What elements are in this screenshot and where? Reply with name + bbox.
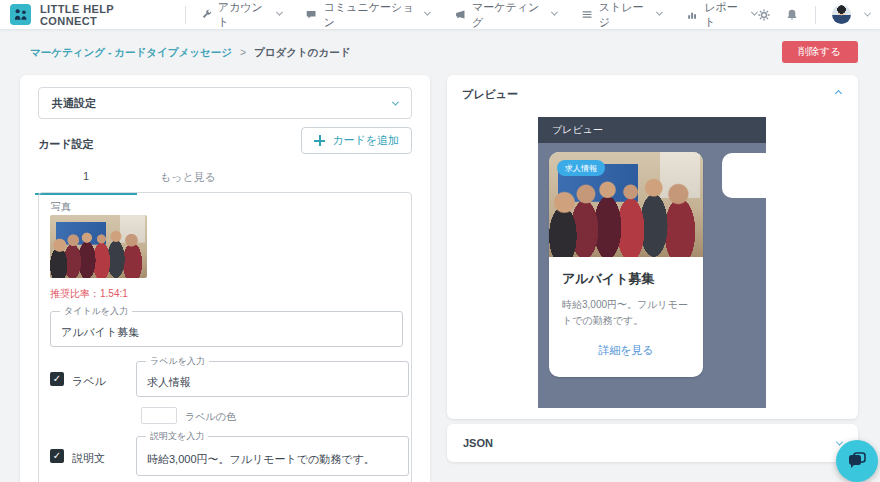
bell-icon	[785, 8, 799, 22]
card-label-badge: 求人情報	[557, 160, 605, 176]
report-chart-icon	[686, 8, 698, 21]
plus-icon	[314, 135, 325, 146]
common-settings-label: 共通設定	[52, 96, 96, 111]
title-field: タイトルを入力	[50, 311, 403, 347]
label-color-label: ラベルの色	[185, 410, 236, 424]
photo-thumbnail[interactable]	[50, 215, 147, 278]
menu-item-label: レポート	[704, 0, 746, 30]
logo-icon	[10, 4, 31, 25]
card-tabs: 1 もっと見る	[35, 163, 239, 195]
menu-item-communication[interactable]: コミュニケーション	[305, 0, 429, 30]
menu-item-label: ストレージ	[599, 0, 652, 30]
phone-preview: プレビュー 求人情報 アルバイト募集 時給3,000円〜。フルリモートでの勤務で…	[538, 117, 766, 408]
photo-section-label: 写真	[51, 200, 71, 214]
next-card-peek	[722, 153, 766, 198]
phone-preview-header: プレビュー	[538, 117, 766, 143]
breadcrumb-current: プロダクトのカード	[254, 46, 350, 58]
chevron-down-icon	[392, 98, 399, 105]
description-field-label: 説明文を入力	[146, 430, 208, 443]
gear-icon	[757, 8, 771, 22]
label-field: ラベルを入力	[136, 361, 409, 397]
preview-panel-title: プレビュー	[462, 87, 518, 102]
main-menu: アカウント コミュニケーション マーケティング ストレージ	[200, 0, 757, 30]
menu-item-label: マーケティング	[472, 0, 546, 30]
wrench-icon	[200, 8, 212, 21]
navbar-right	[757, 5, 870, 24]
card-editor-panel: 共通設定 カード設定 カードを追加 1 もっと見る 写真 推奨比率：1.54:1…	[20, 75, 430, 482]
navbar-divider	[815, 6, 816, 24]
breadcrumb: マーケティング - カードタイプメッセージ > プロダクトのカード	[30, 46, 350, 60]
user-avatar[interactable]	[832, 5, 851, 24]
chevron-down-icon	[551, 9, 558, 16]
common-settings-collapse[interactable]: 共通設定	[38, 87, 412, 119]
menu-item-label: アカウント	[218, 0, 271, 30]
app-logo[interactable]	[10, 4, 31, 25]
menu-item-account[interactable]: アカウント	[200, 0, 282, 30]
add-card-label: カードを追加	[332, 133, 399, 148]
description-checkbox-label: 説明文	[72, 451, 105, 466]
breadcrumb-parent-link[interactable]: マーケティング - カードタイプメッセージ	[30, 46, 232, 58]
preview-panel: プレビュー プレビュー 求人情報 アルバイト募集 時給3,000円〜。フルリモー…	[447, 75, 858, 419]
notifications-button[interactable]	[785, 8, 799, 22]
settings-button[interactable]	[757, 8, 771, 22]
card-description: 時給3,000円〜。フルリモートでの勤務です。	[562, 297, 690, 329]
tab-card-1[interactable]: 1	[35, 163, 137, 195]
user-menu-chevron-icon[interactable]	[864, 10, 871, 17]
menu-item-storage[interactable]: ストレージ	[581, 0, 663, 30]
title-field-label: タイトルを入力	[60, 305, 132, 318]
megaphone-icon	[454, 8, 466, 21]
label-color-picker[interactable]	[141, 407, 177, 424]
menu-item-label: コミュニケーション	[324, 0, 419, 30]
chevron-down-icon	[656, 9, 663, 16]
top-navbar: LITTLE HELP CONNECT アカウント コミュニケーション マーケテ…	[0, 0, 880, 30]
delete-button[interactable]: 削除する	[782, 41, 859, 63]
description-field: 説明文を入力	[136, 436, 409, 476]
tab-see-more[interactable]: もっと見る	[137, 163, 239, 195]
json-collapse-panel[interactable]: JSON	[447, 424, 858, 462]
storage-icon	[581, 8, 593, 21]
card-form: 写真 推奨比率：1.54:1 タイトルを入力 ラベル ラベルを入力 ラベルの色 …	[38, 192, 412, 482]
recommended-ratio-note: 推奨比率：1.54:1	[50, 287, 128, 301]
chat-bubble-icon	[305, 8, 317, 21]
phone-preview-body: 求人情報 アルバイト募集 時給3,000円〜。フルリモートでの勤務です。 詳細を…	[538, 143, 766, 408]
chat-widget-icon	[846, 450, 868, 472]
json-panel-title: JSON	[463, 437, 493, 449]
card-photo: 求人情報	[549, 152, 703, 257]
chevron-down-icon	[276, 9, 283, 16]
brand-name: LITTLE HELP CONNECT	[40, 3, 169, 27]
chat-widget-button[interactable]	[836, 440, 878, 482]
chevron-down-icon	[424, 9, 431, 16]
menu-item-report[interactable]: レポート	[686, 0, 757, 30]
navbar-divider	[185, 6, 186, 24]
message-card-preview: 求人情報 アルバイト募集 時給3,000円〜。フルリモートでの勤務です。 詳細を…	[549, 152, 703, 377]
card-title: アルバイト募集	[562, 270, 690, 288]
menu-item-marketing[interactable]: マーケティング	[454, 0, 557, 30]
add-card-button[interactable]: カードを追加	[301, 127, 412, 154]
label-field-label: ラベルを入力	[146, 355, 209, 368]
breadcrumb-separator: >	[240, 46, 246, 58]
description-checkbox[interactable]	[50, 449, 64, 463]
phone-preview-title: プレビュー	[552, 123, 603, 137]
card-detail-link[interactable]: 詳細を見る	[549, 343, 703, 358]
card-settings-heading: カード設定	[38, 137, 94, 152]
label-checkbox[interactable]	[50, 372, 64, 386]
chevron-up-icon[interactable]	[835, 90, 842, 97]
chevron-down-icon	[836, 438, 843, 445]
label-checkbox-label: ラベル	[72, 374, 106, 389]
